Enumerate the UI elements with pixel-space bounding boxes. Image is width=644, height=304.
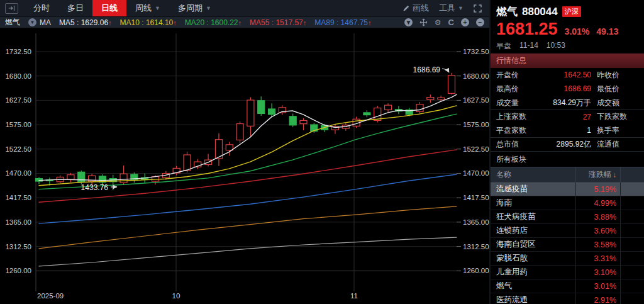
tab-多日[interactable]: 多日: [58, 0, 92, 16]
sector-change: 3.88%: [575, 210, 621, 223]
info-row: 成交量834.29万手成交额: [491, 96, 644, 110]
svg-text:1732.50: 1732.50: [463, 48, 489, 55]
sector-name: 蒙脱石散: [491, 253, 575, 264]
candle-10-24: [289, 116, 296, 125]
candle-10-16: [226, 145, 233, 150]
svg-text:11: 11: [350, 292, 358, 300]
svg-text:1575.00: 1575.00: [5, 121, 31, 128]
svg-text:1680.00: 1680.00: [463, 72, 489, 80]
candle-11-04: [364, 113, 370, 115]
column-header-name[interactable]: 名称: [491, 169, 575, 180]
pencil-icon: [402, 4, 410, 12]
candle-09-24: [120, 174, 127, 183]
svg-text:1312.50: 1312.50: [463, 243, 489, 251]
info-row: 开盘价1642.50昨收价: [491, 68, 644, 82]
info-row: 总市值2895.92亿流通值: [491, 137, 644, 151]
sector-row-海南自贸区[interactable]: 海南自贸区3.58%: [491, 238, 644, 252]
info-label: 总市值: [496, 139, 535, 150]
svg-text:2025-09: 2025-09: [37, 292, 64, 300]
all-sectors-label[interactable]: 所有板块: [491, 151, 644, 167]
sector-row-医药流通[interactable]: 医药流通2.91%: [491, 293, 644, 304]
candle-11-06: [385, 105, 392, 110]
ma-line-MA233: [39, 237, 457, 266]
info-label-right: 下跌家数: [597, 111, 627, 122]
info-value: 1: [535, 126, 591, 135]
sector-row-燃气[interactable]: 燃气3.01%: [491, 279, 644, 293]
candle-09-18: [78, 172, 85, 182]
sector-row-儿童用药[interactable]: 儿童用药3.10%: [491, 266, 644, 279]
svg-text:1365.00: 1365.00: [463, 218, 489, 226]
change-percent: 3.01%: [565, 26, 590, 37]
zoom-out-icon[interactable]: −: [476, 18, 484, 26]
zoom-in-icon[interactable]: +: [461, 18, 469, 26]
tab-分时[interactable]: 分时: [25, 0, 58, 16]
info-row: 最高价1686.69最低价: [491, 82, 644, 96]
svg-text:1470.00: 1470.00: [5, 169, 31, 177]
ma-value: MA5 : 1629.06↑: [59, 18, 112, 27]
up-arrow-icon: ↑: [303, 19, 307, 26]
candlestick-chart[interactable]: 1732.501732.501680.001680.001627.501627.…: [0, 28, 491, 303]
up-arrow-icon: ↑: [108, 19, 112, 26]
trading-terminal: 分时多日日线周线▼多周期▼ 画线 工具 ▼ 燃气 ▼ MA: [0, 0, 644, 304]
info-label: 上涨家数: [496, 111, 535, 122]
market-info-grid: 开盘价1642.50昨收价最高价1686.69最低价成交量834.29万手成交额…: [491, 68, 644, 151]
fullscreen-icon[interactable]: [474, 4, 482, 13]
settings-gear-icon[interactable]: ⚙: [435, 19, 441, 26]
candle-11-14: [448, 76, 455, 94]
refresh-icon[interactable]: C: [448, 18, 454, 26]
sector-name: 医药流通: [491, 295, 575, 304]
svg-text:1417.50: 1417.50: [463, 194, 489, 201]
svg-text:1312.50: 1312.50: [5, 243, 31, 251]
info-value: 1686.69: [535, 84, 591, 93]
tab-周线[interactable]: 周线▼: [126, 0, 169, 16]
sector-row-狂犬病疫苗[interactable]: 狂犬病疫苗3.88%: [491, 210, 644, 224]
info-value: 1642.50: [535, 70, 591, 79]
info-value: 27: [535, 113, 591, 121]
sector-name: 海南自贸区: [491, 239, 575, 250]
ma-value: MA89 : 1467.75↑: [314, 18, 371, 27]
candle-11-11: [416, 104, 423, 112]
chevron-down-icon: ▼: [206, 6, 211, 11]
ma-dropdown-icon[interactable]: ▼: [28, 18, 36, 26]
sector-row-流感疫苗[interactable]: 流感疫苗5.19%: [491, 183, 644, 196]
candle-11-13: [438, 98, 445, 99]
svg-text:1260.00: 1260.00: [463, 267, 489, 274]
svg-text:1522.50: 1522.50: [463, 145, 489, 153]
sector-change: 2.91%: [575, 293, 621, 304]
collapse-indicator-icon[interactable]: ▼: [404, 18, 413, 26]
candle-10-20: [247, 100, 254, 126]
info-label-right: 昨收价: [597, 70, 619, 81]
ma-value: MA20 : 1600.22↑: [185, 18, 242, 27]
chevron-down-icon: ▼: [155, 6, 160, 11]
candle-10-22: [269, 109, 275, 115]
candle-10-27: [300, 120, 307, 123]
candle-11-12: [427, 98, 434, 100]
sector-name: 连锁药店: [491, 225, 575, 236]
tab-多周期[interactable]: 多周期▼: [169, 0, 220, 16]
svg-text:1575.00: 1575.00: [463, 121, 489, 128]
sector-row-海南[interactable]: 海南4.99%: [491, 196, 644, 210]
sector-row-蒙脱石散[interactable]: 蒙脱石散3.31%: [491, 252, 644, 266]
stock-name: 燃气: [496, 4, 518, 19]
market-info-header: 行情信息: [491, 53, 644, 68]
info-label: 开盘价: [496, 70, 535, 81]
info-label-right: 流通值: [597, 139, 619, 150]
info-label: 最高价: [496, 84, 535, 94]
quote-time: 10:53: [547, 41, 565, 52]
tools-menu-button[interactable]: 工具 ▼: [439, 3, 464, 14]
column-header-change[interactable]: 涨跌幅 ↓: [575, 167, 621, 182]
collapse-panel-icon[interactable]: [5, 3, 18, 14]
info-label-right: 最低价: [597, 84, 619, 94]
up-arrow-icon: ↑: [368, 19, 372, 26]
svg-text:1627.50: 1627.50: [5, 96, 31, 104]
move-chart-icon[interactable]: [419, 18, 428, 26]
symbol-label: 燃气: [5, 17, 20, 28]
sector-row-连锁药店[interactable]: 连锁药店3.60%: [491, 224, 644, 238]
draw-line-button[interactable]: 画线: [402, 3, 429, 14]
tab-日线[interactable]: 日线: [92, 0, 126, 16]
period-tabs: 分时多日日线周线▼多周期▼: [25, 0, 220, 16]
sector-change: 3.01%: [575, 279, 621, 293]
sector-change: 5.19%: [575, 183, 621, 196]
svg-text:1680.00: 1680.00: [5, 72, 31, 80]
quote-panel: 燃气 880044 沪深 1681.25 3.01% 49.13 早盘 11-1…: [491, 0, 644, 304]
